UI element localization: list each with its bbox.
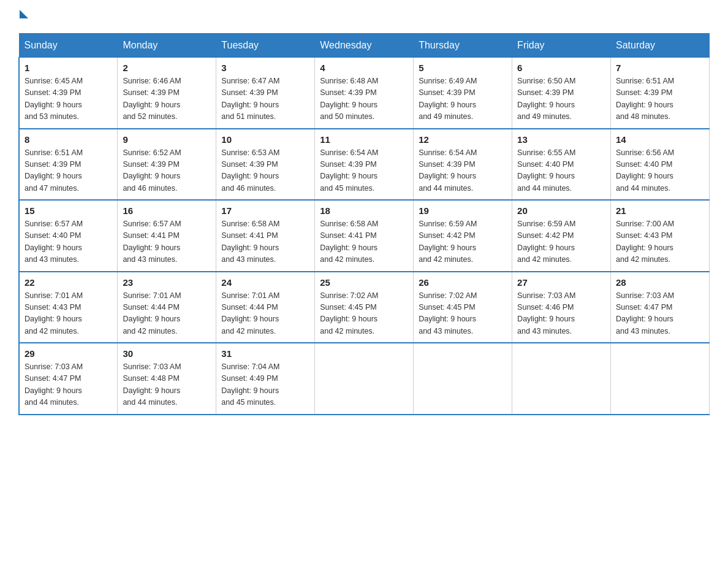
day-number: 29 — [25, 348, 112, 359]
calendar-cell: 16 Sunrise: 6:57 AMSunset: 4:41 PMDaylig… — [118, 200, 216, 272]
day-info: Sunrise: 7:03 AMSunset: 4:48 PMDaylight:… — [123, 361, 211, 409]
day-info: Sunrise: 6:58 AMSunset: 4:41 PMDaylight:… — [221, 218, 309, 266]
calendar-cell: 23 Sunrise: 7:01 AMSunset: 4:44 PMDaylig… — [118, 272, 216, 343]
col-header-thursday: Thursday — [414, 34, 512, 58]
day-number: 10 — [221, 134, 309, 145]
calendar-week-row: 29 Sunrise: 7:03 AMSunset: 4:47 PMDaylig… — [19, 343, 710, 415]
day-number: 25 — [320, 277, 408, 288]
day-info: Sunrise: 6:56 AMSunset: 4:40 PMDaylight:… — [616, 147, 704, 195]
day-number: 20 — [517, 205, 605, 216]
calendar-cell: 27 Sunrise: 7:03 AMSunset: 4:46 PMDaylig… — [512, 272, 611, 343]
day-number: 17 — [221, 205, 309, 216]
day-number: 9 — [123, 134, 211, 145]
calendar-cell: 22 Sunrise: 7:01 AMSunset: 4:43 PMDaylig… — [19, 272, 118, 343]
day-info: Sunrise: 6:59 AMSunset: 4:42 PMDaylight:… — [419, 218, 507, 266]
day-number: 27 — [517, 277, 605, 288]
calendar-cell: 7 Sunrise: 6:51 AMSunset: 4:39 PMDayligh… — [611, 58, 710, 129]
calendar-cell: 15 Sunrise: 6:57 AMSunset: 4:40 PMDaylig… — [19, 200, 118, 272]
day-number: 6 — [517, 63, 605, 73]
calendar-table: SundayMondayTuesdayWednesdayThursdayFrid… — [18, 33, 710, 415]
col-header-monday: Monday — [118, 34, 216, 58]
day-number: 21 — [616, 205, 704, 216]
calendar-cell: 24 Sunrise: 7:01 AMSunset: 4:44 PMDaylig… — [216, 272, 315, 343]
calendar-cell: 4 Sunrise: 6:48 AMSunset: 4:39 PMDayligh… — [315, 58, 414, 129]
day-info: Sunrise: 6:59 AMSunset: 4:42 PMDaylight:… — [517, 218, 605, 266]
day-info: Sunrise: 6:48 AMSunset: 4:39 PMDaylight:… — [320, 75, 408, 123]
calendar-cell: 6 Sunrise: 6:50 AMSunset: 4:39 PMDayligh… — [512, 58, 611, 129]
calendar-cell: 30 Sunrise: 7:03 AMSunset: 4:48 PMDaylig… — [118, 343, 216, 415]
col-header-tuesday: Tuesday — [216, 34, 315, 58]
day-info: Sunrise: 7:03 AMSunset: 4:47 PMDaylight:… — [25, 361, 112, 409]
calendar-cell: 14 Sunrise: 6:56 AMSunset: 4:40 PMDaylig… — [611, 129, 710, 201]
calendar-cell: 31 Sunrise: 7:04 AMSunset: 4:49 PMDaylig… — [216, 343, 315, 415]
calendar-cell — [512, 343, 611, 415]
calendar-cell: 25 Sunrise: 7:02 AMSunset: 4:45 PMDaylig… — [315, 272, 414, 343]
day-info: Sunrise: 6:50 AMSunset: 4:39 PMDaylight:… — [517, 75, 605, 123]
calendar-cell: 18 Sunrise: 6:58 AMSunset: 4:41 PMDaylig… — [315, 200, 414, 272]
calendar-cell — [414, 343, 512, 415]
day-info: Sunrise: 7:02 AMSunset: 4:45 PMDaylight:… — [320, 290, 408, 338]
day-info: Sunrise: 6:52 AMSunset: 4:39 PMDaylight:… — [123, 147, 211, 195]
col-header-sunday: Sunday — [19, 34, 118, 58]
day-info: Sunrise: 7:04 AMSunset: 4:49 PMDaylight:… — [221, 361, 309, 409]
day-info: Sunrise: 7:00 AMSunset: 4:43 PMDaylight:… — [616, 218, 704, 266]
calendar-cell: 26 Sunrise: 7:02 AMSunset: 4:45 PMDaylig… — [414, 272, 512, 343]
day-number: 2 — [123, 63, 211, 73]
calendar-cell: 11 Sunrise: 6:54 AMSunset: 4:39 PMDaylig… — [315, 129, 414, 201]
day-info: Sunrise: 6:58 AMSunset: 4:41 PMDaylight:… — [320, 218, 408, 266]
day-number: 3 — [221, 63, 309, 73]
day-number: 5 — [419, 63, 507, 73]
day-number: 23 — [123, 277, 211, 288]
col-header-wednesday: Wednesday — [315, 34, 414, 58]
calendar-cell: 19 Sunrise: 6:59 AMSunset: 4:42 PMDaylig… — [414, 200, 512, 272]
calendar-cell: 13 Sunrise: 6:55 AMSunset: 4:40 PMDaylig… — [512, 129, 611, 201]
calendar-cell: 17 Sunrise: 6:58 AMSunset: 4:41 PMDaylig… — [216, 200, 315, 272]
calendar-week-row: 8 Sunrise: 6:51 AMSunset: 4:39 PMDayligh… — [19, 129, 710, 201]
day-number: 30 — [123, 348, 211, 359]
col-header-saturday: Saturday — [611, 34, 710, 58]
logo — [18, 12, 28, 21]
day-info: Sunrise: 6:55 AMSunset: 4:40 PMDaylight:… — [517, 147, 605, 195]
calendar-cell: 29 Sunrise: 7:03 AMSunset: 4:47 PMDaylig… — [19, 343, 118, 415]
day-number: 7 — [616, 63, 704, 73]
day-info: Sunrise: 7:02 AMSunset: 4:45 PMDaylight:… — [419, 290, 507, 338]
calendar-cell: 8 Sunrise: 6:51 AMSunset: 4:39 PMDayligh… — [19, 129, 118, 201]
day-info: Sunrise: 7:01 AMSunset: 4:44 PMDaylight:… — [221, 290, 309, 338]
calendar-cell: 1 Sunrise: 6:45 AMSunset: 4:39 PMDayligh… — [19, 58, 118, 129]
day-info: Sunrise: 6:53 AMSunset: 4:39 PMDaylight:… — [221, 147, 309, 195]
calendar-cell — [315, 343, 414, 415]
day-number: 11 — [320, 134, 408, 145]
day-info: Sunrise: 6:46 AMSunset: 4:39 PMDaylight:… — [123, 75, 211, 123]
calendar-header-row: SundayMondayTuesdayWednesdayThursdayFrid… — [19, 34, 710, 58]
day-info: Sunrise: 6:54 AMSunset: 4:39 PMDaylight:… — [419, 147, 507, 195]
calendar-cell: 28 Sunrise: 7:03 AMSunset: 4:47 PMDaylig… — [611, 272, 710, 343]
day-number: 4 — [320, 63, 408, 73]
day-number: 13 — [517, 134, 605, 145]
day-number: 28 — [616, 277, 704, 288]
calendar-cell: 2 Sunrise: 6:46 AMSunset: 4:39 PMDayligh… — [118, 58, 216, 129]
calendar-cell: 20 Sunrise: 6:59 AMSunset: 4:42 PMDaylig… — [512, 200, 611, 272]
calendar-cell: 9 Sunrise: 6:52 AMSunset: 4:39 PMDayligh… — [118, 129, 216, 201]
day-info: Sunrise: 6:51 AMSunset: 4:39 PMDaylight:… — [25, 147, 112, 195]
calendar-cell: 3 Sunrise: 6:47 AMSunset: 4:39 PMDayligh… — [216, 58, 315, 129]
day-number: 24 — [221, 277, 309, 288]
day-info: Sunrise: 6:49 AMSunset: 4:39 PMDaylight:… — [419, 75, 507, 123]
calendar-week-row: 1 Sunrise: 6:45 AMSunset: 4:39 PMDayligh… — [19, 58, 710, 129]
day-info: Sunrise: 6:57 AMSunset: 4:41 PMDaylight:… — [123, 218, 211, 266]
day-number: 22 — [25, 277, 112, 288]
day-info: Sunrise: 7:01 AMSunset: 4:44 PMDaylight:… — [123, 290, 211, 338]
page-header — [18, 12, 710, 21]
day-info: Sunrise: 7:03 AMSunset: 4:47 PMDaylight:… — [616, 290, 704, 338]
day-info: Sunrise: 7:01 AMSunset: 4:43 PMDaylight:… — [25, 290, 112, 338]
day-number: 1 — [25, 63, 112, 73]
day-info: Sunrise: 6:51 AMSunset: 4:39 PMDaylight:… — [616, 75, 704, 123]
day-number: 19 — [419, 205, 507, 216]
day-number: 18 — [320, 205, 408, 216]
logo-triangle-icon — [20, 10, 28, 18]
day-number: 16 — [123, 205, 211, 216]
day-number: 8 — [25, 134, 112, 145]
calendar-cell — [611, 343, 710, 415]
day-info: Sunrise: 7:03 AMSunset: 4:46 PMDaylight:… — [517, 290, 605, 338]
day-info: Sunrise: 6:57 AMSunset: 4:40 PMDaylight:… — [25, 218, 112, 266]
day-number: 14 — [616, 134, 704, 145]
